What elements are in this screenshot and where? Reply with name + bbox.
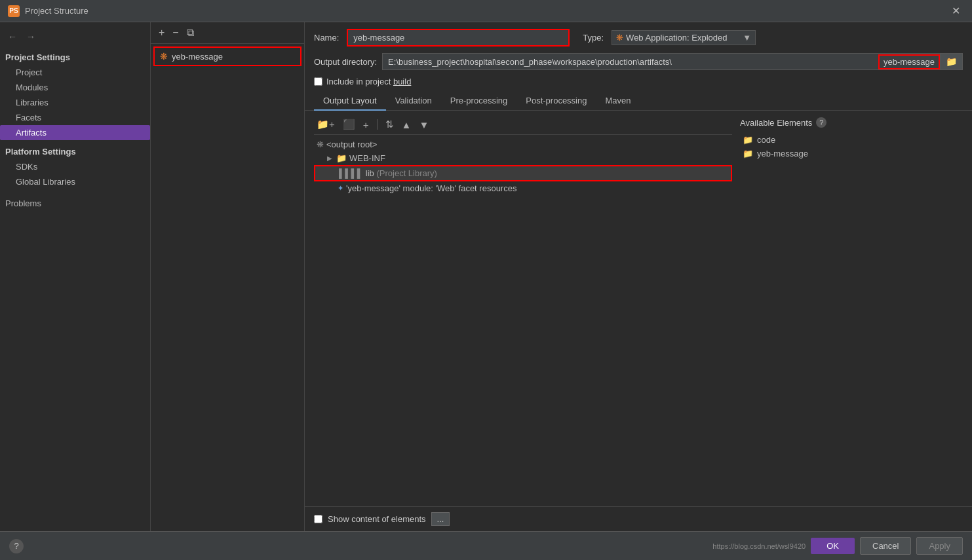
output-root-icon: ❋ <box>317 140 324 149</box>
available-panel: Available Elements ? 📁 code 📁 yeb-messag… <box>740 115 963 502</box>
output-dir-row: Output directory: E:\business_project\ho… <box>305 50 972 74</box>
type-label: Type: <box>583 33 604 43</box>
available-header: Available Elements ? <box>740 115 963 133</box>
show-content-label: Show content of elements <box>328 514 426 524</box>
ok-button[interactable]: OK <box>811 538 855 554</box>
lib-icon: ▌▌▌▌ <box>339 168 363 178</box>
artifact-item-icon: ❋ <box>160 51 168 62</box>
include-build-label: Include in project build <box>326 77 411 86</box>
footer-right: https://blog.csdn.net/wsl9420 OK Cancel … <box>712 537 963 555</box>
artifact-panel: + − ⧉ ❋ yeb-message <box>151 22 305 531</box>
tree-btn-down[interactable]: ▼ <box>416 118 431 132</box>
content-area: Name: Type: ❋ Web Application: Exploded … <box>305 22 972 531</box>
name-label: Name: <box>314 33 339 43</box>
type-dropdown-arrow-icon: ▼ <box>743 33 751 43</box>
output-dir-prefix: E:\business_project\hospital\second_phas… <box>383 54 878 69</box>
cancel-button[interactable]: Cancel <box>860 537 911 555</box>
sidebar-item-problems[interactable]: Problems <box>0 189 150 211</box>
sidebar-nav: ← → <box>0 28 150 48</box>
content-bottom: Show content of elements ... <box>305 506 972 531</box>
app-icon-text: PS <box>9 7 18 14</box>
module-label: 'yeb-message' module: 'Web' facet resour… <box>346 183 516 193</box>
output-layout-area: 📁+ ⬛ + ⇅ ▲ ▼ ❋ <output root> <box>305 111 972 506</box>
tab-post-processing[interactable]: Post-processing <box>516 92 596 111</box>
name-input-wrapper <box>347 29 570 47</box>
lib-label: lib (Project Library) <box>366 168 437 178</box>
checkbox-row: Include in project build <box>305 74 972 92</box>
sidebar: ← → Project Settings Project Modules Lib… <box>0 22 151 531</box>
tree-item-module-resources[interactable]: ✦ 'yeb-message' module: 'Web' facet reso… <box>314 181 732 195</box>
available-code-label: code <box>757 135 775 145</box>
title-bar-left: PS Project Structure <box>8 5 88 17</box>
nav-forward-button[interactable]: → <box>24 30 38 43</box>
available-yeb-label: yeb-message <box>757 149 808 159</box>
tree-btn-add[interactable]: + <box>360 118 372 132</box>
webinf-expand-icon: ▶ <box>327 155 332 162</box>
available-title: Available Elements <box>740 118 812 128</box>
name-input[interactable] <box>348 30 568 45</box>
type-select[interactable]: ❋ Web Application: Exploded ▼ <box>612 30 756 45</box>
main-layout: ← → Project Settings Project Modules Lib… <box>0 22 972 531</box>
webinf-label: WEB-INF <box>349 153 385 163</box>
name-row: Name: Type: ❋ Web Application: Exploded … <box>305 22 972 50</box>
tree-toolbar: 📁+ ⬛ + ⇅ ▲ ▼ <box>314 115 732 135</box>
available-content: 📁 code 📁 yeb-message <box>740 133 963 502</box>
tabs-bar: Output Layout Validation Pre-processing … <box>305 92 972 111</box>
footer: ? https://blog.csdn.net/wsl9420 OK Cance… <box>0 531 972 560</box>
close-button[interactable]: ✕ <box>948 3 964 18</box>
title-bar: PS Project Structure ✕ <box>0 0 972 22</box>
yeb-folder-icon: 📁 <box>743 149 753 159</box>
help-button[interactable]: ? <box>9 539 24 553</box>
tree-item-lib[interactable]: ▌▌▌▌ lib (Project Library) <box>314 165 732 181</box>
tree-toolbar-separator <box>377 119 378 130</box>
tree-item-output-root[interactable]: ❋ <output root> <box>314 138 732 151</box>
artifact-remove-button[interactable]: − <box>170 26 181 39</box>
tab-validation[interactable]: Validation <box>386 92 441 111</box>
available-help-icon[interactable]: ? <box>816 117 826 128</box>
footer-url: https://blog.csdn.net/wsl9420 <box>712 542 806 550</box>
nav-back-button[interactable]: ← <box>5 30 20 43</box>
sidebar-item-sdks[interactable]: SDKs <box>0 159 150 174</box>
output-dir-browse-button[interactable]: 📁 <box>940 54 962 69</box>
include-build-checkbox[interactable] <box>314 77 322 86</box>
output-dir-input-wrapper: E:\business_project\hospital\second_phas… <box>382 53 963 70</box>
sidebar-item-facets[interactable]: Facets <box>0 110 150 125</box>
window-title: Project Structure <box>25 6 88 16</box>
module-icon: ✦ <box>338 184 343 193</box>
sidebar-item-libraries[interactable]: Libraries <box>0 95 150 110</box>
artifact-toolbar: + − ⧉ <box>151 22 304 44</box>
sidebar-item-project[interactable]: Project <box>0 65 150 80</box>
dots-button[interactable]: ... <box>431 512 450 526</box>
tree-btn-sort[interactable]: ⇅ <box>383 117 397 132</box>
webinf-folder-icon: 📁 <box>336 153 347 163</box>
output-dir-highlight: yeb-message <box>878 54 940 69</box>
tab-maven[interactable]: Maven <box>596 92 640 111</box>
platform-settings-title: Platform Settings <box>0 140 150 159</box>
tab-pre-processing[interactable]: Pre-processing <box>441 92 516 111</box>
tree-item-webinf[interactable]: ▶ 📁 WEB-INF <box>314 151 732 165</box>
artifact-copy-button[interactable]: ⧉ <box>184 26 197 39</box>
artifact-add-button[interactable]: + <box>156 26 167 39</box>
artifact-item-yeb-message[interactable]: ❋ yeb-message <box>153 47 301 66</box>
sidebar-item-global-libraries[interactable]: Global Libraries <box>0 174 150 189</box>
available-item-code[interactable]: 📁 code <box>740 133 963 147</box>
type-select-icon: ❋ <box>616 33 623 43</box>
code-folder-icon: 📁 <box>743 135 753 145</box>
output-dir-label: Output directory: <box>314 57 377 67</box>
project-settings-title: Project Settings <box>0 48 150 65</box>
tree-btn-file[interactable]: ⬛ <box>340 117 358 132</box>
footer-left: ? <box>9 539 24 553</box>
show-content-checkbox[interactable] <box>314 515 322 523</box>
app-icon: PS <box>8 5 20 17</box>
tab-output-layout[interactable]: Output Layout <box>314 92 386 111</box>
type-select-text: Web Application: Exploded <box>626 33 740 43</box>
tree-content: ❋ <output root> ▶ 📁 WEB-INF ▌▌▌▌ lib (Pr… <box>314 135 732 502</box>
artifact-item-label: yeb-message <box>172 52 223 62</box>
available-item-yeb-message[interactable]: 📁 yeb-message <box>740 147 963 160</box>
output-root-label: <output root> <box>326 140 377 149</box>
sidebar-item-modules[interactable]: Modules <box>0 80 150 95</box>
apply-button[interactable]: Apply <box>916 537 963 555</box>
tree-btn-folder[interactable]: 📁+ <box>314 117 338 132</box>
tree-btn-up[interactable]: ▲ <box>399 118 414 132</box>
sidebar-item-artifacts[interactable]: Artifacts <box>0 125 150 140</box>
